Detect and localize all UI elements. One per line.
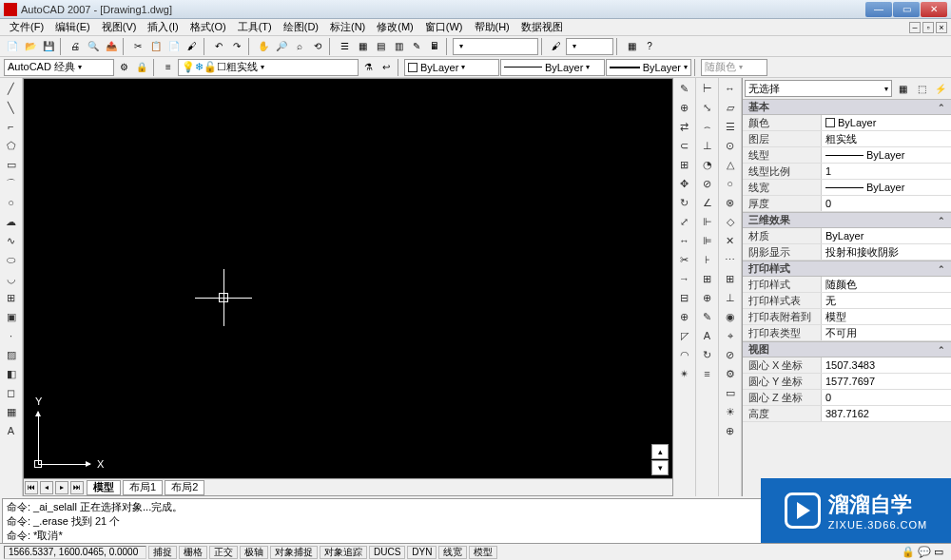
property-value[interactable]: 随颜色 — [821, 277, 951, 292]
property-row[interactable]: 阴影显示投射和接收阴影 — [743, 244, 951, 261]
menu-tools[interactable]: 工具(T) — [232, 20, 278, 34]
move-tool[interactable]: ✥ — [676, 175, 693, 192]
drawing-canvas[interactable]: X Y ▴ ▾ — [24, 79, 672, 478]
zoom-prev-button[interactable]: ⟲ — [309, 38, 326, 55]
menu-help[interactable]: 帮助(H) — [469, 20, 515, 34]
menu-edit[interactable]: 编辑(E) — [49, 20, 96, 34]
scroll-down-button[interactable]: ▾ — [651, 460, 669, 475]
plotstyle-dropdown[interactable]: 随颜色▾ — [701, 59, 767, 76]
tolerance-tool[interactable]: ⊞ — [699, 270, 716, 287]
lineweight-dropdown[interactable]: ByLayer▾ — [606, 59, 691, 76]
tab-last-button[interactable]: ⏭ — [70, 481, 84, 494]
undo-button[interactable]: ↶ — [210, 38, 227, 55]
fillet-tool[interactable]: ◠ — [676, 346, 693, 363]
color-dropdown[interactable]: ByLayer▾ — [404, 59, 499, 76]
property-row[interactable]: 打印表类型不可用 — [743, 325, 951, 341]
property-value[interactable]: ByLayer — [821, 115, 951, 130]
line-tool[interactable]: ╱ — [3, 80, 20, 97]
clean-screen-icon[interactable]: ▭ — [934, 546, 947, 559]
select-objects-button[interactable]: ⬚ — [913, 80, 930, 97]
snap-toggle[interactable]: 捕捉 — [148, 546, 177, 559]
mtext-tool[interactable]: A — [3, 422, 20, 439]
doc-restore-button[interactable]: ▫ — [922, 22, 934, 33]
area-tool[interactable]: ▱ — [722, 99, 739, 116]
center-mark-tool[interactable]: ⊕ — [699, 289, 716, 306]
properties-button[interactable]: ☰ — [336, 38, 353, 55]
baseline-dim-tool[interactable]: ⊫ — [699, 232, 716, 249]
explode-tool[interactable]: ✴ — [676, 365, 693, 382]
render-icon[interactable]: ☀ — [722, 403, 739, 420]
layer-prev-button[interactable]: ↩ — [378, 59, 395, 76]
radius-dim-tool[interactable]: ◔ — [699, 156, 716, 173]
publish-button[interactable]: 📤 — [103, 38, 120, 55]
sheet-set-button[interactable]: ▥ — [390, 38, 407, 55]
menu-dataview[interactable]: 数据视图 — [515, 20, 569, 34]
design-center-button[interactable]: ▦ — [354, 38, 371, 55]
hatch-tool[interactable]: ▨ — [3, 346, 20, 363]
extend-tool[interactable]: → — [676, 270, 693, 287]
property-row[interactable]: 厚度0 — [743, 196, 951, 212]
print-button[interactable]: 🖨 — [67, 38, 84, 55]
id-point-tool[interactable]: ⊙ — [722, 137, 739, 154]
snap-ins-icon[interactable]: ⊞ — [722, 270, 739, 287]
quick-select-button[interactable]: ⚡ — [932, 80, 949, 97]
menu-view[interactable]: 视图(V) — [96, 20, 143, 34]
diameter-dim-tool[interactable]: ⊘ — [699, 175, 716, 192]
list-tool[interactable]: ☰ — [722, 118, 739, 135]
ortho-toggle[interactable]: 正交 — [209, 546, 238, 559]
join-tool[interactable]: ⊕ — [676, 308, 693, 325]
layer-filter-button[interactable]: ⚗ — [359, 59, 377, 76]
snap-node-icon[interactable]: ⊗ — [722, 194, 739, 211]
maximize-button[interactable]: ▭ — [893, 2, 920, 17]
workspace-settings-button[interactable]: ⚙ — [115, 59, 132, 76]
circle-tool[interactable]: ○ — [3, 194, 20, 211]
tab-model[interactable]: 模型 — [87, 480, 121, 495]
revision-cloud-tool[interactable]: ☁ — [3, 213, 20, 230]
gradient-tool[interactable]: ◧ — [3, 365, 20, 382]
linetype-dropdown[interactable]: ByLayer▾ — [500, 59, 605, 76]
scale-dropdown[interactable]: ▾ — [453, 38, 538, 55]
property-row[interactable]: 颜色ByLayer — [743, 115, 951, 131]
scale-dropdown-2[interactable]: ▾ — [566, 38, 613, 55]
chamfer-tool[interactable]: ◸ — [676, 327, 693, 344]
layer-dropdown[interactable]: 💡❄🔓☐ 粗实线▾ — [178, 59, 359, 76]
3dorbit-icon[interactable]: ⊕ — [722, 422, 739, 439]
dim-edit-tool[interactable]: ✎ — [699, 308, 716, 325]
property-row[interactable]: 圆心 Y 坐标1577.7697 — [743, 374, 951, 390]
grid-toggle[interactable]: 栅格 — [179, 546, 207, 559]
continue-dim-tool[interactable]: ⊦ — [699, 251, 716, 268]
quickcalc-button[interactable]: 🖩 — [426, 38, 443, 55]
workspace-dropdown[interactable]: AutoCAD 经典▾ — [4, 59, 114, 76]
property-value[interactable]: 387.7162 — [821, 406, 951, 421]
model-toggle[interactable]: 模型 — [469, 546, 497, 559]
property-row[interactable]: 线宽ByLayer — [743, 180, 951, 196]
section-plot[interactable]: 打印样式⌃ — [743, 261, 951, 277]
close-button[interactable]: ✕ — [921, 2, 947, 17]
snap-int-icon[interactable]: ✕ — [722, 232, 739, 249]
property-row[interactable]: 高度387.7162 — [743, 406, 951, 422]
preview-button[interactable]: 🔍 — [85, 38, 102, 55]
minimize-button[interactable]: — — [865, 2, 892, 17]
rotate-tool[interactable]: ↻ — [676, 194, 693, 211]
new-button[interactable]: 📄 — [4, 38, 21, 55]
property-row[interactable]: 打印样式表无 — [743, 293, 951, 309]
comm-center-icon[interactable]: 💬 — [918, 546, 931, 559]
polar-toggle[interactable]: 极轴 — [240, 546, 268, 559]
property-value[interactable]: ByLayer — [821, 147, 951, 163]
construction-line-tool[interactable]: ╲ — [3, 99, 20, 116]
snap-perp-icon[interactable]: ⊥ — [722, 289, 739, 306]
lwt-toggle[interactable]: 线宽 — [438, 546, 467, 559]
property-row[interactable]: 圆心 X 坐标1507.3483 — [743, 357, 951, 374]
menu-modify[interactable]: 修改(M) — [371, 20, 419, 34]
scale-tool[interactable]: ⤢ — [676, 213, 693, 230]
toggle-pickadd-button[interactable]: ▦ — [894, 80, 911, 97]
distance-tool[interactable]: ↔ — [722, 80, 739, 97]
menu-draw[interactable]: 绘图(D) — [278, 20, 324, 34]
menu-dimension[interactable]: 标注(N) — [324, 20, 371, 34]
ellipse-tool[interactable]: ⬭ — [3, 251, 20, 268]
snap-mid-icon[interactable]: △ — [722, 156, 739, 173]
snap-tan-icon[interactable]: ◉ — [722, 308, 739, 325]
scroll-up-button[interactable]: ▴ — [651, 444, 669, 459]
selection-dropdown[interactable]: 无选择 ▾ — [745, 80, 892, 97]
menu-insert[interactable]: 插入(I) — [142, 20, 184, 34]
